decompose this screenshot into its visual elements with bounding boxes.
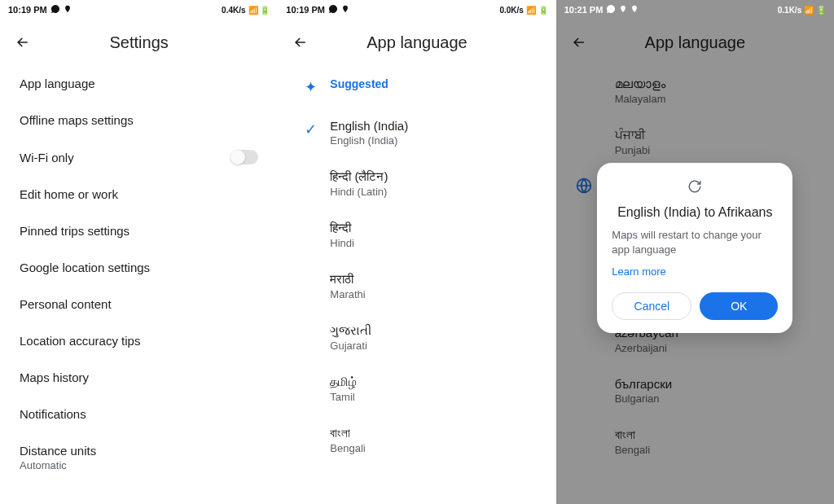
status-time: 10:19 PM bbox=[8, 5, 47, 15]
whatsapp-icon bbox=[606, 4, 616, 15]
location-icon bbox=[619, 5, 627, 15]
settings-item-label: Pinned trips settings bbox=[20, 224, 129, 238]
location-icon bbox=[341, 5, 349, 15]
status-speed: 0.4K/s bbox=[222, 6, 245, 15]
ok-button[interactable]: OK bbox=[700, 292, 778, 320]
status-icons: 📶 🔋 bbox=[526, 6, 548, 15]
header: App language bbox=[278, 20, 555, 65]
language-english: Gujarati bbox=[330, 340, 371, 352]
refresh-icon bbox=[612, 179, 778, 197]
status-bar: 10:21 PM 0.1K/s 📶 🔋 bbox=[556, 0, 834, 20]
language-english: Tamil bbox=[330, 391, 357, 403]
language-native: தமிழ் bbox=[330, 375, 357, 389]
language-list: ✦ Suggested ✓ English (India) English (I… bbox=[278, 65, 555, 466]
suggested-label: Suggested bbox=[330, 77, 388, 90]
settings-item-sub: Automatic bbox=[20, 459, 96, 471]
language-english: Hindi bbox=[330, 237, 354, 249]
status-speed: 0.0K/s bbox=[499, 6, 523, 15]
settings-item-label: Offline maps settings bbox=[20, 113, 134, 127]
sparkle-icon: ✦ bbox=[305, 78, 317, 96]
language-english: Hindi (Latin) bbox=[330, 186, 388, 198]
status-icons: 📶 🔋 bbox=[248, 6, 270, 15]
dialog-title: English (India) to Afrikaans bbox=[612, 205, 778, 220]
language-item-marathi[interactable]: मराठी Marathi bbox=[278, 261, 555, 312]
location-icon bbox=[630, 5, 639, 15]
settings-item-notifications[interactable]: Notifications bbox=[20, 396, 258, 432]
settings-item-label: Notifications bbox=[20, 407, 86, 421]
header: Settings bbox=[0, 20, 278, 65]
confirm-dialog: English (India) to Afrikaans Maps will r… bbox=[597, 163, 792, 333]
settings-screen: 10:19 PM 0.4K/s 📶 🔋 Settings App languag… bbox=[0, 0, 278, 504]
settings-item-label: Google location settings bbox=[20, 261, 150, 274]
language-english: English (India) bbox=[330, 134, 408, 147]
settings-item-edit-home-work[interactable]: Edit home or work bbox=[20, 176, 258, 213]
back-button[interactable] bbox=[291, 33, 310, 52]
check-icon: ✓ bbox=[305, 121, 317, 138]
wifi-only-toggle[interactable] bbox=[230, 150, 258, 164]
settings-item-label: Personal content bbox=[20, 297, 112, 311]
settings-item-app-language[interactable]: App language bbox=[20, 65, 258, 102]
status-bar: 10:19 PM 0.0K/s 📶 🔋 bbox=[278, 0, 555, 20]
learn-more-link[interactable]: Learn more bbox=[612, 265, 778, 278]
settings-item-label: Wi-Fi only bbox=[20, 151, 74, 164]
suggested-header: ✦ Suggested bbox=[278, 65, 555, 107]
status-time: 10:19 PM bbox=[286, 5, 325, 15]
whatsapp-icon bbox=[328, 4, 338, 15]
language-native: English (India) bbox=[330, 119, 408, 133]
status-bar: 10:19 PM 0.4K/s 📶 🔋 bbox=[0, 0, 278, 20]
settings-item-pinned-trips[interactable]: Pinned trips settings bbox=[20, 213, 258, 249]
settings-item-label: Edit home or work bbox=[20, 187, 118, 201]
language-native: हिन्दी bbox=[330, 221, 354, 235]
settings-item-google-location[interactable]: Google location settings bbox=[20, 249, 258, 286]
language-item-tamil[interactable]: தமிழ் Tamil bbox=[278, 363, 555, 414]
language-native: ગુજરાતી bbox=[330, 323, 371, 338]
settings-list: App language Offline maps settings Wi-Fi… bbox=[0, 65, 278, 483]
language-item-hindi[interactable]: हिन्दी Hindi bbox=[278, 209, 555, 261]
dialog-buttons: Cancel OK bbox=[612, 292, 778, 320]
settings-item-offline-maps[interactable]: Offline maps settings bbox=[20, 102, 258, 138]
language-native: বাংলা bbox=[330, 426, 365, 440]
page-title: App language bbox=[367, 33, 467, 52]
status-speed: 0.1K/s bbox=[778, 6, 801, 15]
language-english: Marathi bbox=[330, 288, 365, 300]
language-item-gujarati[interactable]: ગુજરાતી Gujarati bbox=[278, 312, 555, 363]
dialog-body: Maps will restart to change your app lan… bbox=[612, 228, 778, 257]
language-native: मराठी bbox=[330, 272, 365, 287]
page-title: Settings bbox=[110, 33, 169, 52]
settings-item-personal-content[interactable]: Personal content bbox=[20, 286, 258, 322]
settings-item-label: Maps history bbox=[20, 370, 89, 384]
language-item-bengali[interactable]: বাংলা Bengali bbox=[278, 414, 555, 466]
whatsapp-icon bbox=[50, 4, 60, 15]
settings-item-location-accuracy[interactable]: Location accuracy tips bbox=[20, 322, 258, 359]
language-screen: 10:19 PM 0.0K/s 📶 🔋 App language ✦ Sugge… bbox=[278, 0, 555, 504]
status-icons: 📶 🔋 bbox=[804, 6, 826, 15]
back-button[interactable] bbox=[13, 33, 33, 52]
cancel-button[interactable]: Cancel bbox=[612, 292, 691, 320]
settings-item-label: Distance units bbox=[20, 444, 96, 458]
language-item-hindi-latin[interactable]: हिन्दी (लैटिन) Hindi (Latin) bbox=[278, 158, 555, 209]
dialog-screen: 10:21 PM 0.1K/s 📶 🔋 App language bbox=[556, 0, 834, 504]
language-english: Bengali bbox=[330, 442, 365, 454]
settings-item-wifi-only[interactable]: Wi-Fi only bbox=[20, 138, 258, 176]
language-native: हिन्दी (लैटिन) bbox=[330, 169, 388, 184]
settings-item-distance-units[interactable]: Distance unitsAutomatic bbox=[20, 432, 258, 483]
settings-item-label: Location accuracy tips bbox=[20, 334, 140, 348]
settings-item-label: App language bbox=[20, 77, 95, 90]
language-item-english-india[interactable]: ✓ English (India) English (India) bbox=[278, 107, 555, 158]
location-icon bbox=[64, 5, 72, 15]
settings-item-maps-history[interactable]: Maps history bbox=[20, 359, 258, 396]
status-time: 10:21 PM bbox=[564, 5, 604, 15]
